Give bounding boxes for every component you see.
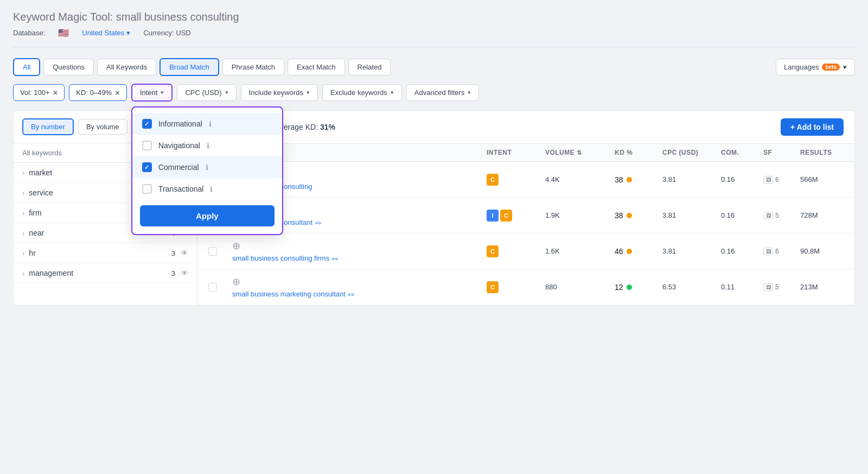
beta-badge: beta [822,64,840,71]
sidebar-item-hr[interactable]: › hr 3 👁 [14,243,197,263]
advanced-filters-dropdown[interactable]: Advanced filters ▾ [406,84,480,101]
sidebar-keyword: market [29,168,52,177]
kd-dot [627,285,632,290]
tab-questions[interactable]: Questions [43,59,94,75]
content-header: Keywords: 19,950 Average KD: 31% + Add t… [197,111,854,144]
row-checkbox[interactable] [208,283,217,292]
transactional-checkbox[interactable] [142,184,152,194]
chevron-down-icon: ▾ [468,89,471,96]
database-value: United States [82,29,124,37]
exclude-keywords-dropdown[interactable]: Exclude keywords ▾ [322,84,402,101]
table-header: Keyword Intent Volume ⇅ KD % CPC (USD) C… [197,144,854,162]
keyword-link[interactable]: small business marketing consultant »» [232,290,354,298]
sort-icon: ⇅ [577,149,582,156]
volume-cell: 4.4K [545,175,610,184]
chevron-right-icon: › [22,269,24,277]
info-icon[interactable]: ℹ [210,185,213,193]
intent-item-commercial[interactable]: ✓ Commercial ℹ [132,156,282,178]
sidebar-keyword: firm [29,208,41,217]
results-cell: 213M [800,283,844,291]
volume-cell: 880 [545,283,610,291]
cpc-cell: 6.53 [662,283,717,291]
intent-cell: C [487,174,541,186]
keyword-link[interactable]: small business consulting firms »» [232,254,338,262]
results-cell: 566M [800,175,844,184]
cpc-dropdown[interactable]: CPC (USD) ▾ [177,84,236,101]
chevron-down-icon: ▾ [307,89,310,96]
advanced-filters-label: Advanced filters [414,89,465,97]
com-cell: 0.11 [721,283,759,291]
eye-icon[interactable]: 👁 [181,249,188,257]
commercial-checkbox[interactable]: ✓ [142,162,152,172]
sidebar-item-left: › service [22,188,53,197]
add-to-list-button[interactable]: + Add to list [781,118,844,136]
table-row: ⊕ small business consultant »» I C 1.9K … [197,198,854,233]
currency-label: Currency: USD [143,29,190,37]
sidebar-item-left: › firm [22,208,42,217]
tab-exact-match[interactable]: Exact Match [288,59,345,75]
info-icon[interactable]: ℹ [207,142,209,150]
vol-filter-close[interactable]: × [53,88,58,97]
tab-phrase-match[interactable]: Phrase Match [222,59,284,75]
informational-checkbox[interactable]: ✓ [142,119,152,129]
intent-label: Intent [140,89,158,97]
by-volume-toggle[interactable]: By volume [78,119,127,135]
intent-item-informational[interactable]: ✓ Informational ℹ [132,113,282,135]
header-meta: Database: 🇺🇸 United States ▾ Currency: U… [13,28,855,38]
apply-button[interactable]: Apply [140,205,275,226]
sf-icon: 🖼 [763,248,773,255]
th-volume[interactable]: Volume ⇅ [545,149,610,156]
volume-cell: 1.6K [545,247,610,255]
sf-value: 5 [775,283,779,291]
intent-item-navigational[interactable]: Navigational ℹ [132,135,282,156]
com-cell: 0.16 [721,175,759,184]
th-cpc: CPC (USD) [662,149,717,156]
vol-filter-label: Vol: 100+ [20,89,50,97]
info-icon[interactable]: ℹ [206,163,208,172]
com-cell: 0.16 [721,247,759,255]
kd-filter-label: KD: 0–49% [76,89,112,97]
tab-broad-match[interactable]: Broad Match [159,58,219,76]
include-keywords-label: Include keywords [249,89,303,97]
chevron-right-icon: › [22,229,24,237]
by-number-toggle[interactable]: By number [22,118,74,135]
add-circle-icon[interactable]: ⊕ [232,240,240,252]
kd-filter-close[interactable]: × [115,88,120,97]
row-checkbox[interactable] [208,247,217,256]
sidebar-keyword: near [29,229,44,237]
sidebar-keyword: service [29,188,53,197]
sf-cell: 🖼 6 [763,176,796,184]
th-kd: KD % [615,149,658,156]
include-keywords-dropdown[interactable]: Include keywords ▾ [241,84,318,101]
kd-cell: 12 [615,283,658,292]
kd-filter-chip: KD: 0–49% × [69,84,127,101]
info-icon[interactable]: ℹ [209,120,212,128]
chevron-right-icon: › [22,249,24,257]
tab-all-keywords[interactable]: All Keywords [97,59,156,75]
eye-icon[interactable]: 👁 [181,269,188,277]
volume-cell: 1.9K [545,211,610,219]
table-row: ⊕ small business consulting firms »» C 1… [197,233,854,269]
badge-commercial: C [487,174,499,186]
database-link[interactable]: United States ▾ [82,29,130,37]
transactional-label: Transactional [158,185,204,193]
content-area: Keywords: 19,950 Average KD: 31% + Add t… [197,110,855,306]
chevron-right-icon: › [22,169,24,177]
cpc-label: CPC (USD) [185,89,221,97]
sf-value: 5 [775,212,779,219]
intent-item-transactional[interactable]: Transactional ℹ [132,178,282,200]
tab-all[interactable]: All [13,58,40,76]
sidebar-item-management[interactable]: › management 3 👁 [14,263,197,283]
add-circle-icon[interactable]: ⊕ [232,276,240,288]
sf-icon: 🖼 [763,176,773,184]
informational-label: Informational [158,119,202,128]
checkmark-icon: ✓ [144,164,149,171]
tab-related[interactable]: Related [348,59,391,75]
search-query: small business consulting [116,11,239,23]
kd-cell: 38 [615,211,658,220]
intent-dropdown-menu: ✓ Informational ℹ Navigational ℹ ✓ Comme… [131,106,283,235]
navigational-checkbox[interactable] [142,141,152,150]
header: Keyword Magic Tool: small business consu… [13,11,855,47]
intent-dropdown-trigger[interactable]: Intent ▾ [131,84,173,102]
tab-languages[interactable]: Languages beta ▾ [776,59,855,75]
